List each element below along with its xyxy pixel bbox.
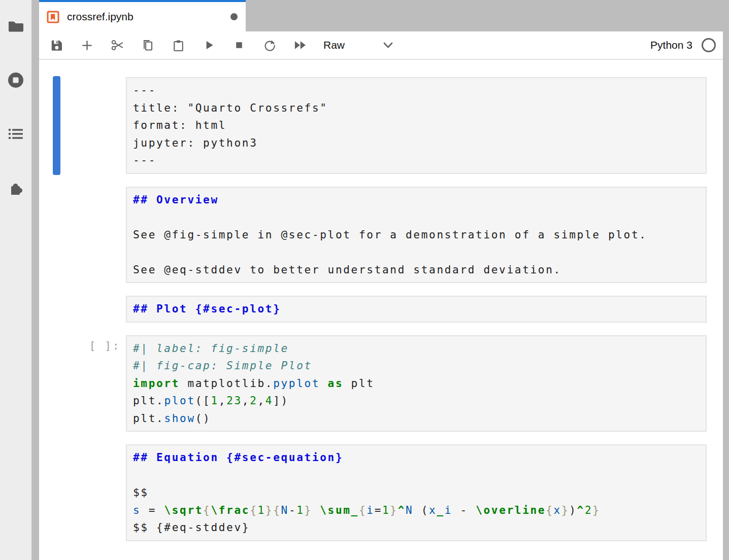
code-token: 23 <box>226 395 242 407</box>
code-token: as <box>328 377 344 390</box>
cell-left-margin <box>39 187 126 284</box>
code-token: s <box>133 504 141 516</box>
code-line: See @eq-stddev to better understand stan… <box>133 261 700 279</box>
code-token: i <box>445 504 452 516</box>
code-token: --- <box>133 84 156 96</box>
cell-editor[interactable]: ## Plot {#sec-plot} <box>126 296 707 323</box>
code-token: $$ <box>133 486 149 499</box>
notebook-panel: crossref.ipynb Raw <box>39 0 723 560</box>
code-line: plt.plot([1,23,2,4]) <box>133 392 700 410</box>
code-token: { <box>359 504 367 516</box>
code-token: pyplot <box>273 377 320 390</box>
code-line: ## Equation {#sec-equation} <box>133 449 700 467</box>
notebook-file-icon <box>46 10 60 24</box>
code-token: format: html <box>133 119 226 131</box>
code-line: --- <box>133 152 700 169</box>
notebook-cell-markdown[interactable]: ## Plot {#sec-plot} <box>39 296 723 323</box>
right-scrollbar-track[interactable] <box>723 0 729 560</box>
code-token: ]) <box>273 395 289 407</box>
insert-cell-button[interactable] <box>72 34 102 56</box>
code-token: } <box>305 504 312 516</box>
code-line: s = \sqrt{\frac{1}{N-1} \sum_{i=1}^N (x_… <box>133 502 700 519</box>
notebook-content: ---title: "Quarto Crossrefs"format: html… <box>39 60 723 541</box>
code-token: { <box>546 504 553 516</box>
code-line: $$ <box>133 484 700 502</box>
code-token: plt. <box>133 395 164 407</box>
code-line: #| label: fig-simple <box>133 340 700 358</box>
code-line: #| fig-cap: Simple Plot <box>133 357 700 375</box>
code-token: ^ <box>577 504 585 516</box>
code-token: ## Equation {#sec-equation} <box>133 451 343 464</box>
code-token <box>312 504 320 516</box>
copy-cells-button[interactable] <box>132 34 163 56</box>
code-token: = <box>141 504 164 516</box>
restart-run-all-button[interactable] <box>285 34 315 56</box>
kernel-status-idle-icon[interactable] <box>702 38 716 52</box>
cells: ---title: "Quarto Crossrefs"format: html… <box>39 77 723 541</box>
code-token: _ <box>437 504 444 516</box>
code-token: $$ {#eq-stddev} <box>133 521 250 534</box>
cell-left-margin <box>39 444 126 541</box>
code-token: See @fig-simple in @sec-plot for a demon… <box>133 229 647 241</box>
tab-title: crossref.ipynb <box>67 11 230 23</box>
code-token: - <box>289 504 296 516</box>
code-token: 4 <box>266 395 273 407</box>
unsaved-changes-dot[interactable] <box>230 13 238 20</box>
save-button[interactable] <box>41 34 72 56</box>
kernel-name[interactable]: Python 3 <box>650 39 692 51</box>
cut-cells-button[interactable] <box>102 34 132 56</box>
code-token: plt. <box>133 412 164 425</box>
paste-cells-button[interactable] <box>163 34 193 56</box>
cell-type-dropdown-chevron-icon[interactable] <box>383 42 393 48</box>
code-token: ## Plot {#sec-plot} <box>133 303 281 315</box>
run-cell-button[interactable] <box>193 34 224 56</box>
tab-bar: crossref.ipynb <box>39 0 723 31</box>
code-token: #| fig-cap: Simple Plot <box>133 360 312 372</box>
table-of-contents-icon[interactable] <box>6 124 25 144</box>
code-token: ([ <box>195 395 211 407</box>
code-token: \frac <box>211 504 250 516</box>
code-token: - <box>452 504 476 516</box>
file-browser-icon[interactable] <box>6 17 25 36</box>
code-token: \sum_ <box>320 504 359 516</box>
restart-kernel-button[interactable] <box>254 34 285 56</box>
code-token: }{ <box>266 504 281 516</box>
code-line <box>133 208 700 226</box>
code-token: { <box>250 504 257 516</box>
code-token: ^ <box>398 504 406 516</box>
code-token: show <box>164 412 195 425</box>
code-line: See @fig-simple in @sec-plot for a demon… <box>133 226 700 244</box>
code-token: ( <box>413 504 429 516</box>
notebook-cell-raw[interactable]: ---title: "Quarto Crossrefs"format: html… <box>39 77 723 174</box>
running-kernels-icon[interactable] <box>6 71 25 90</box>
cell-editor[interactable]: ## Equation {#sec-equation}$$s = \sqrt{\… <box>126 444 707 541</box>
cell-editor[interactable]: ## OverviewSee @fig-simple in @sec-plot … <box>126 187 707 284</box>
code-token: 1 <box>258 504 266 516</box>
sidebar-divider <box>31 0 39 560</box>
interrupt-kernel-button[interactable] <box>224 34 254 56</box>
notebook-cell-markdown[interactable]: ## Equation {#sec-equation}$$s = \sqrt{\… <box>39 444 723 541</box>
code-token: } <box>592 504 600 516</box>
code-token: 2 <box>250 395 257 407</box>
code-token: ) <box>569 504 577 516</box>
code-token: = <box>375 504 382 516</box>
code-token: plot <box>164 395 195 407</box>
code-token: , <box>219 395 226 407</box>
code-token: --- <box>133 154 156 166</box>
code-line: --- <box>133 82 700 99</box>
notebook-cell-code[interactable]: [ ]:#| label: fig-simple#| fig-cap: Simp… <box>39 335 723 432</box>
code-token: i <box>367 504 374 516</box>
code-token: } <box>390 504 397 516</box>
cell-selection-bar[interactable] <box>53 76 60 175</box>
notebook-cell-markdown[interactable]: ## OverviewSee @fig-simple in @sec-plot … <box>39 187 723 284</box>
code-token: plt <box>343 377 374 390</box>
extension-manager-icon[interactable] <box>6 178 25 197</box>
cell-editor[interactable]: ---title: "Quarto Crossrefs"format: html… <box>126 77 707 174</box>
cell-type-label[interactable]: Raw <box>323 39 345 51</box>
tab-crossref-ipynb[interactable]: crossref.ipynb <box>39 0 246 31</box>
notebook-toolbar: Raw Python 3 <box>39 31 723 60</box>
code-token: x <box>554 504 561 516</box>
code-line <box>133 467 700 484</box>
cell-editor[interactable]: #| label: fig-simple#| fig-cap: Simple P… <box>126 335 707 432</box>
code-token: () <box>195 412 211 425</box>
